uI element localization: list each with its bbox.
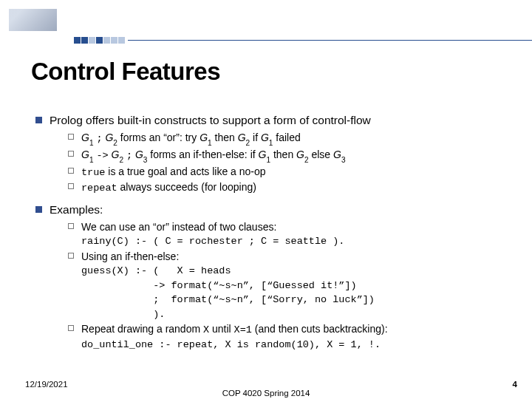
hollow-square-icon (68, 253, 74, 259)
filled-square-icon (35, 117, 42, 123)
sublist: G1 ; G2 forms an “or”: try G1 then G2 if… (68, 131, 511, 195)
bullet-text: Using an if-then-else:guess(X) :- ( X = … (81, 250, 375, 321)
accent-rule (128, 40, 532, 41)
bullet-text: We can use an “or” instead of two clause… (81, 220, 344, 248)
bullet-text: Prolog offers built-in constructs to sup… (50, 113, 371, 128)
bullet-text: G1 ; G2 forms an “or”: try G1 then G2 if… (81, 131, 301, 146)
bullet-level1: Prolog offers built-in constructs to sup… (35, 113, 511, 128)
slide-body: Prolog offers built-in constructs to sup… (35, 111, 511, 358)
hollow-square-icon (68, 183, 74, 189)
hollow-square-icon (68, 151, 74, 157)
hollow-square-icon (68, 223, 74, 229)
bullet-level1: Examples: (35, 202, 511, 217)
bullet-text: repeat always succeeds (for looping) (81, 180, 256, 195)
hollow-square-icon (68, 134, 74, 140)
bullet-level2: Using an if-then-else:guess(X) :- ( X = … (68, 250, 511, 321)
bullet-text: true is a true goal and acts like a no-o… (81, 165, 266, 180)
accent-square-icon (74, 37, 81, 44)
bullet-text: Repeat drawing a random X until X=1 (and… (81, 322, 388, 351)
accent-square-icon (96, 37, 103, 44)
bullet-text: G1 -> G2 ; G3 forms an if-then-else: if … (81, 148, 346, 163)
bullet-level2: true is a true goal and acts like a no-o… (68, 165, 511, 180)
bullet-text: Examples: (50, 202, 103, 217)
bullet-level2: repeat always succeeds (for looping) (68, 180, 511, 195)
accent-square-icon (118, 37, 125, 44)
footer-page: 4 (513, 380, 517, 389)
accent-square-icon (103, 37, 110, 44)
accent-square-icon (81, 37, 88, 44)
footer-date: 12/19/2021 (25, 380, 68, 389)
sublist: We can use an “or” instead of two clause… (68, 220, 511, 351)
slide: Control Features Prolog offers built-in … (0, 0, 532, 399)
bullet-level2: G1 -> G2 ; G3 forms an if-then-else: if … (68, 148, 511, 163)
footer-course: COP 4020 Spring 2014 (0, 389, 532, 398)
accent-square-icon (111, 37, 117, 44)
bullet-level2: We can use an “or” instead of two clause… (68, 220, 511, 248)
bullet-level2: Repeat drawing a random X until X=1 (and… (68, 322, 511, 351)
hollow-square-icon (68, 168, 74, 174)
hollow-square-icon (68, 325, 74, 331)
bullet-level2: G1 ; G2 forms an “or”: try G1 then G2 if… (68, 131, 511, 146)
filled-square-icon (35, 206, 42, 213)
accent-bar (74, 37, 532, 44)
slide-title: Control Features (31, 58, 220, 86)
accent-square-icon (89, 37, 95, 44)
corner-thumbnail (9, 9, 57, 31)
